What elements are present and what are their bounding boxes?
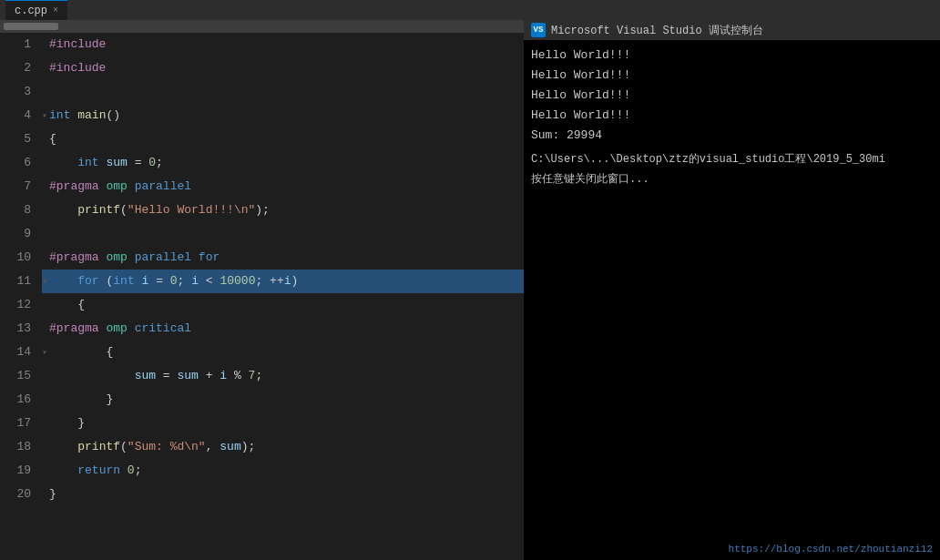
line-number-19: 19 [0,459,31,483]
main-area: 1234567891011121314151617181920 #include… [0,20,940,560]
fold-icon[interactable]: ▾ [42,270,47,294]
editor-scrollbar[interactable] [0,20,524,33]
console-title: Microsoft Visual Studio 调试控制台 [551,23,763,38]
scrollbar-thumb[interactable] [4,23,58,30]
code-line-1[interactable]: #include [42,33,524,56]
code-line-9[interactable] [42,222,524,246]
console-line: Hello World!!! [531,46,933,66]
console-footer: https://blog.csdn.net/zhoutianzi12 [524,540,940,560]
line-number-3: 3 [0,80,31,104]
line-number-13: 13 [0,317,31,341]
console-line: Sum: 29994 [531,126,933,146]
console-panel: VS Microsoft Visual Studio 调试控制台 Hello W… [524,20,940,560]
line-number-15: 15 [0,364,31,388]
code-line-20[interactable]: } [42,483,524,506]
code-line-16[interactable]: } [42,388,524,412]
console-path: C:\Users\...\Desktop\ztz的visual_studio工程… [531,149,933,169]
line-number-11: 11 [0,270,31,293]
code-line-13[interactable]: #pragma omp critical [42,317,524,341]
line-numbers: 1234567891011121314151617181920 [0,33,38,560]
code-line-19[interactable]: return 0; [42,459,524,483]
line-number-9: 9 [0,222,31,246]
tab-close-icon[interactable]: × [53,5,58,15]
line-number-7: 7 [0,175,31,199]
code-line-5[interactable]: { [42,127,524,151]
title-bar: c.cpp × [0,0,940,20]
line-number-20: 20 [0,483,31,506]
fold-icon[interactable]: ▾ [42,341,47,365]
code-line-14[interactable]: ▾ { [42,341,524,364]
code-line-11[interactable]: ▾ for (int i = 0; i < 10000; ++i) [42,270,524,293]
code-line-4[interactable]: ▾int main() [42,104,524,127]
code-line-2[interactable]: #include [42,56,524,80]
footer-url: https://blog.csdn.net/zhoutianzi12 [729,544,933,555]
code-line-7[interactable]: #pragma omp parallel [42,175,524,199]
editor-tab[interactable]: c.cpp × [5,0,67,20]
line-number-1: 1 [0,33,31,56]
line-number-16: 16 [0,388,31,412]
code-lines[interactable]: #include #include ▾int main() { int sum … [38,33,524,560]
console-title-bar: VS Microsoft Visual Studio 调试控制台 [524,20,940,40]
code-line-17[interactable]: } [42,412,524,435]
code-line-10[interactable]: #pragma omp parallel for [42,246,524,270]
code-line-8[interactable]: printf("Hello World!!!\n"); [42,199,524,222]
code-line-12[interactable]: { [42,293,524,317]
console-line: Hello World!!! [531,106,933,126]
editor-panel: 1234567891011121314151617181920 #include… [0,20,524,560]
line-number-5: 5 [0,127,31,151]
code-container: 1234567891011121314151617181920 #include… [0,33,524,560]
console-output: Hello World!!!Hello World!!!Hello World!… [524,40,940,540]
line-number-17: 17 [0,412,31,435]
console-line: Hello World!!! [531,66,933,86]
line-number-14: 14 [0,341,31,364]
line-number-6: 6 [0,151,31,175]
line-number-12: 12 [0,293,31,317]
code-line-18[interactable]: printf("Sum: %d\n", sum); [42,435,524,459]
code-line-3[interactable] [42,80,524,104]
tab-filename: c.cpp [15,5,47,17]
line-number-4: 4 [0,104,31,127]
line-number-18: 18 [0,435,31,459]
fold-icon[interactable]: ▾ [42,105,47,128]
code-line-15[interactable]: sum = sum + i % 7; [42,364,524,388]
code-line-6[interactable]: int sum = 0; [42,151,524,175]
console-line: Hello World!!! [531,86,933,106]
line-number-8: 8 [0,199,31,222]
console-prompt: 按任意键关闭此窗口... [531,169,933,189]
line-number-10: 10 [0,246,31,270]
vs-icon: VS [531,23,546,37]
line-number-2: 2 [0,56,31,80]
